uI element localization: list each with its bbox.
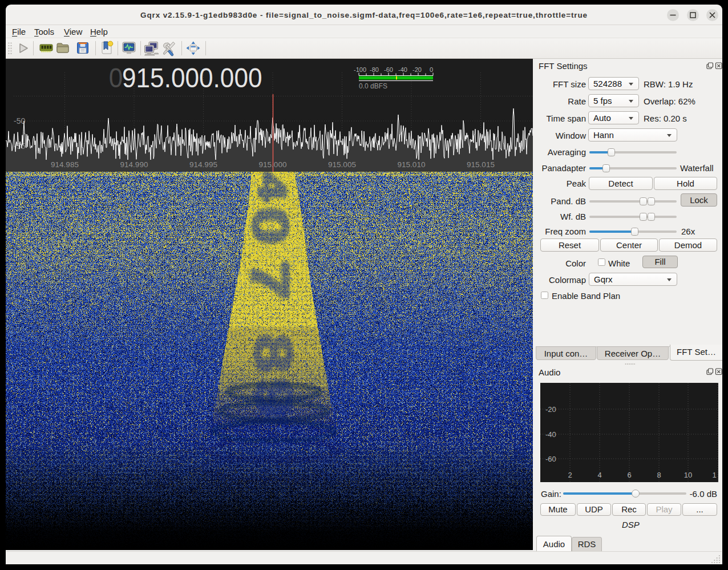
- svg-text:-40: -40: [545, 430, 556, 439]
- svg-text:914.990: 914.990: [120, 160, 148, 169]
- svg-text:915.005: 915.005: [328, 160, 356, 169]
- svg-text:-60: -60: [384, 66, 393, 73]
- svg-text:8: 8: [657, 471, 661, 479]
- svg-text:915.000: 915.000: [259, 160, 287, 169]
- svg-text:-20: -20: [545, 405, 556, 414]
- svg-text:0.0 dBFS: 0.0 dBFS: [359, 82, 387, 90]
- svg-text:914.985: 914.985: [51, 160, 79, 169]
- svg-text:1: 1: [712, 471, 716, 479]
- svg-text:6: 6: [627, 471, 631, 479]
- svg-text:-20: -20: [412, 66, 422, 73]
- svg-text:-100: -100: [354, 66, 366, 73]
- svg-text:10: 10: [684, 471, 692, 479]
- svg-text:4: 4: [597, 471, 601, 479]
- svg-text:915.010: 915.010: [398, 160, 426, 169]
- svg-text:-80: -80: [370, 66, 379, 73]
- svg-text:915.000.000: 915.000.000: [122, 62, 262, 93]
- svg-text:915.015: 915.015: [467, 160, 495, 169]
- svg-text:914.995: 914.995: [189, 160, 217, 169]
- svg-text:0: 0: [109, 62, 123, 93]
- svg-text:-60: -60: [545, 455, 556, 463]
- svg-text:2: 2: [568, 471, 572, 479]
- svg-text:0: 0: [430, 66, 433, 73]
- svg-text:-40: -40: [398, 66, 407, 73]
